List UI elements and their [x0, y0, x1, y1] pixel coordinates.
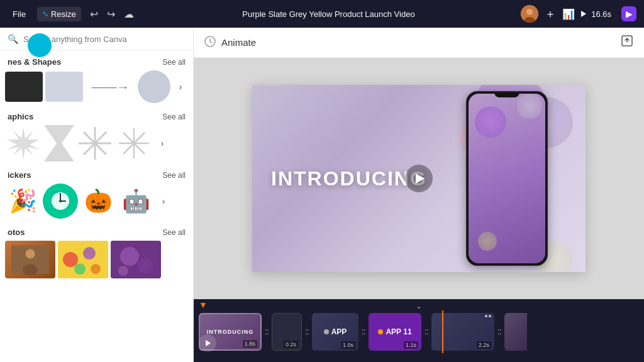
- slide-frame: INTRODUCING: [252, 85, 586, 272]
- clip-long-dots: [485, 315, 491, 317]
- svg-line-12: [95, 132, 106, 143]
- clip-partial[interactable]: [504, 313, 527, 351]
- hourglass-graphic[interactable]: [44, 125, 74, 162]
- topbar-right: ＋ 📊 16.6s ▶: [521, 5, 636, 23]
- clock-sticker[interactable]: [43, 184, 78, 219]
- arrow-line-shape[interactable]: ——→: [86, 72, 135, 102]
- party-hat-sticker[interactable]: 🎉: [5, 184, 40, 219]
- search-icon: 🔍: [8, 34, 18, 44]
- clip-app11-duration: 1.1s: [404, 341, 418, 349]
- preview-button[interactable]: 16.6s: [581, 9, 611, 19]
- photo-person-thumb[interactable]: [5, 241, 55, 278]
- stickers-next-button[interactable]: ›: [156, 194, 171, 209]
- graphics-title: aphics: [8, 112, 33, 121]
- phone-blob1: [475, 106, 506, 138]
- timeline-header: ▼ ⌄: [194, 299, 644, 310]
- dot1: [485, 315, 487, 317]
- stickers-section: ickers See all 🎉 🎃: [0, 164, 193, 219]
- animate-bar: Animate: [194, 28, 644, 58]
- cloud-save-icon[interactable]: ☁: [121, 6, 136, 23]
- light-rectangle-shape[interactable]: [45, 72, 83, 102]
- right-panel: Animate: [194, 28, 644, 362]
- photos-header: otos See all: [0, 221, 193, 241]
- main-area: 🔍 nes & Shapes See all ——→ ›: [0, 28, 644, 362]
- publish-button[interactable]: ▶: [621, 6, 636, 21]
- svg-line-6: [95, 143, 106, 155]
- redo-icon[interactable]: ↪: [104, 6, 118, 23]
- lines-shapes-see-all[interactable]: See all: [162, 58, 186, 67]
- clip-separator-1: ⁚⁚: [265, 329, 269, 336]
- lines-shapes-section: nes & Shapes See all ——→ ›: [0, 51, 193, 103]
- timeline: ▼ ⌄ INTRODUCING 1.8s ⁚⁚ 0.2s ⁚⁚: [194, 299, 644, 362]
- graphics-header: aphics See all: [0, 106, 193, 125]
- resize-icon: ⤡: [42, 9, 48, 18]
- photo-purple-thumb[interactable]: [111, 241, 161, 278]
- svg-marker-3: [7, 127, 40, 160]
- circle-shape[interactable]: [138, 70, 170, 103]
- topbar-left: File ⤡ Resize ↩ ↪ ☁: [8, 6, 136, 23]
- svg-point-24: [26, 250, 35, 259]
- canvas: INTRODUCING: [194, 58, 644, 299]
- clip-separator-5: ⁚⁚: [497, 329, 501, 336]
- play-triangle-icon: [581, 11, 586, 17]
- clip-app11[interactable]: APP 11 1.1s: [369, 313, 421, 351]
- clip-long[interactable]: 2.2s: [431, 313, 494, 351]
- clip-app11-content: APP 11: [378, 327, 411, 336]
- graphics-see-all[interactable]: See all: [162, 112, 186, 121]
- pumpkin-sticker[interactable]: 🎃: [80, 184, 116, 219]
- clip-app[interactable]: APP 1.0s: [312, 313, 358, 351]
- clip-introducing-duration: 1.8s: [243, 340, 257, 348]
- snowflake-graphic[interactable]: [116, 125, 152, 162]
- photos-see-all[interactable]: See all: [162, 228, 186, 237]
- undo-icon[interactable]: ↩: [87, 6, 101, 23]
- phone-blobs: [469, 94, 545, 263]
- photos-row: [0, 241, 193, 278]
- stickers-see-all[interactable]: See all: [162, 171, 186, 180]
- add-button[interactable]: ＋: [545, 6, 556, 21]
- photo-flowers-thumb[interactable]: [58, 241, 108, 278]
- timeline-position-marker: ▼: [199, 300, 208, 310]
- svg-point-25: [23, 265, 38, 276]
- clip-app-content: APP: [324, 327, 347, 336]
- svg-point-27: [63, 252, 78, 267]
- shapes-next-button[interactable]: ›: [173, 79, 188, 94]
- svg-point-33: [138, 258, 153, 273]
- animate-icon: [204, 35, 216, 50]
- timeline-tracks: INTRODUCING 1.8s ⁚⁚ 0.2s ⁚⁚ APP 1.0s: [194, 310, 644, 353]
- dark-rectangle-shape[interactable]: [5, 72, 43, 102]
- phone-blob3: [478, 232, 497, 251]
- dot2: [489, 315, 491, 317]
- share-button[interactable]: [620, 34, 634, 51]
- timeline-play-triangle: [206, 340, 211, 346]
- graphics-items: ›: [0, 125, 193, 162]
- clip-app-duration: 1.0s: [341, 341, 355, 349]
- starburst-graphic[interactable]: [5, 125, 42, 162]
- svg-point-17: [132, 141, 136, 145]
- clip-separator-2: ⁚⁚: [305, 329, 309, 336]
- lines-shapes-title: nes & Shapes: [8, 57, 61, 67]
- animate-left: Animate: [204, 35, 256, 50]
- svg-point-28: [83, 247, 96, 260]
- lines-shapes-items: ——→ ›: [0, 70, 193, 103]
- svg-point-34: [118, 266, 128, 276]
- robot-sticker[interactable]: 🤖: [118, 184, 153, 219]
- graphics-next-button[interactable]: ›: [155, 136, 170, 151]
- svg-point-30: [74, 263, 86, 275]
- stickers-header: ickers See all: [0, 164, 193, 184]
- svg-point-29: [91, 264, 101, 274]
- clip-short-gray[interactable]: 0.2s: [272, 313, 302, 351]
- photos-section: otos See all: [0, 221, 193, 278]
- clip-introducing-label: INTRODUCING: [207, 329, 254, 335]
- fan-graphic[interactable]: [77, 125, 113, 162]
- timeline-scroll-arrow: ⌄: [416, 302, 422, 310]
- file-menu-button[interactable]: File: [8, 7, 31, 21]
- timeline-play-button[interactable]: [199, 334, 216, 352]
- phone-blob2: [517, 94, 542, 119]
- resize-button[interactable]: ⤡ Resize: [37, 7, 81, 21]
- photos-title: otos: [8, 228, 25, 237]
- svg-point-32: [120, 247, 139, 266]
- canvas-play-button[interactable]: [405, 165, 433, 192]
- user-avatar[interactable]: [521, 5, 538, 23]
- svg-line-8: [84, 143, 95, 155]
- analytics-icon[interactable]: 📊: [562, 8, 575, 20]
